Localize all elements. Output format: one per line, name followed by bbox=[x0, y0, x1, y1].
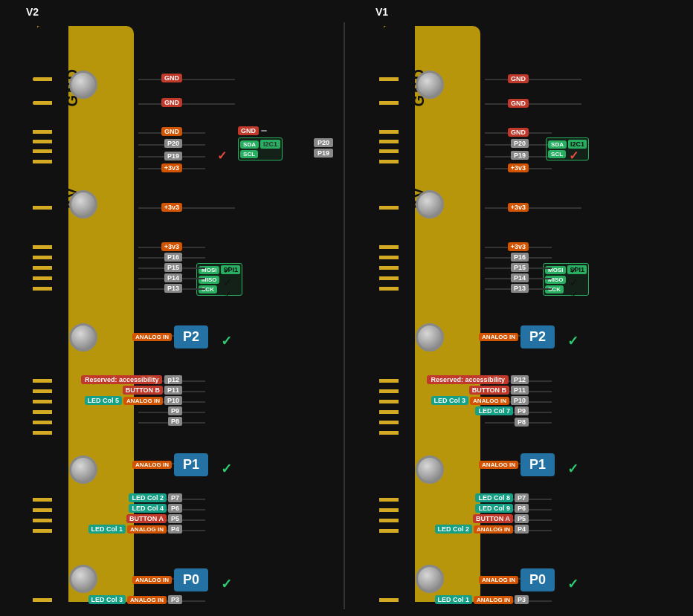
check-i2c-v1: ✓ bbox=[569, 149, 578, 163]
sck-label-v2: SCK bbox=[199, 285, 217, 294]
analog-p3-v1: ANALOG IN bbox=[474, 596, 513, 604]
gnd2-v1: GND bbox=[508, 98, 529, 108]
check-p8-v1: ✓ bbox=[570, 418, 578, 429]
v2-label: V2 bbox=[26, 6, 39, 18]
f-v1-22 bbox=[379, 529, 399, 533]
finger-v2-1 bbox=[33, 77, 52, 81]
sck-v1: SCK bbox=[545, 285, 564, 294]
p3-badge-v2: P3 bbox=[168, 595, 182, 604]
analog-p0-v2: ANALOG IN bbox=[132, 576, 172, 584]
0-circle-v2 bbox=[69, 565, 97, 593]
p13-badge-v2: P13 bbox=[164, 284, 182, 293]
ledcol8-v1-row: LED Col 8 P7 bbox=[475, 493, 529, 502]
analog-p1-v2: ANALOG IN bbox=[132, 461, 172, 469]
ledcol7-v1-row: LED Col 7 P9 bbox=[475, 406, 529, 415]
p12-v1: P12 bbox=[511, 375, 529, 384]
analog-p2-v1: ANALOG IN bbox=[479, 333, 518, 341]
sda-v1: SDA bbox=[548, 140, 567, 149]
p10-v1: P10 bbox=[511, 396, 529, 405]
1-circle-v2 bbox=[69, 455, 97, 484]
finger-v2-16 bbox=[33, 410, 52, 414]
3v-circle-v1 bbox=[416, 190, 444, 218]
p9-row-v2: P9 bbox=[168, 406, 182, 415]
p20-v2: P20 bbox=[314, 138, 333, 147]
p13-v1: P13 bbox=[511, 284, 529, 293]
f-v1-2 bbox=[379, 101, 399, 105]
3v3a-label-v2: GND bbox=[161, 127, 182, 136]
p5-v1: P5 bbox=[515, 514, 529, 523]
analog-v1-p10: ANALOG IN bbox=[470, 397, 509, 405]
f-v1-1 bbox=[379, 77, 399, 81]
ledcol3-v1-row: LED Col 3 ANALOG IN P10 bbox=[431, 396, 529, 405]
gnd3-label-v1: GND bbox=[508, 128, 529, 137]
finger-v2-19 bbox=[33, 498, 52, 502]
analog-p4-v2: ANALOG IN bbox=[127, 525, 167, 534]
divider bbox=[344, 22, 345, 609]
p16-badge-v2: P16 bbox=[164, 253, 182, 262]
btna-v1-label: BUTTON A bbox=[473, 514, 513, 523]
p4-badge-v2: P4 bbox=[168, 525, 182, 534]
i2c-box-v1: SDA I2C1 SCL bbox=[546, 137, 589, 161]
gnd2-label-v2: GND bbox=[161, 98, 182, 107]
3v3c-row-v2: +3v3 bbox=[161, 202, 182, 212]
check-p2-v1: ✓ bbox=[567, 333, 578, 349]
i2c-group-v2: GND SDA I2C1 SCL P20 P19 bbox=[238, 126, 283, 161]
ledcol3-v1-label: LED Col 3 bbox=[431, 396, 469, 405]
wire-3v3c-v2 bbox=[138, 207, 235, 209]
check-p2-v2: ✓ bbox=[221, 333, 232, 349]
v1-label: V1 bbox=[375, 6, 388, 18]
wire-gnd1-v2 bbox=[138, 79, 235, 80]
gnd-circle-v1 bbox=[416, 71, 444, 99]
i2c1-label-v2: I2C1 bbox=[260, 140, 280, 149]
spi-checks-v1: ✓ ✓ ✓ bbox=[570, 264, 578, 301]
p19-badge-v2: P19 bbox=[164, 152, 182, 161]
gnd3-v1: GND bbox=[508, 127, 529, 137]
v2-panel: GND 3V 2 1 0 GND GND GND bbox=[0, 22, 342, 613]
3v3c-label-v2: +3v3 bbox=[161, 203, 182, 212]
i2c-pins-v1: P20 P19 bbox=[511, 139, 529, 160]
finger-v2-14 bbox=[33, 389, 52, 393]
3v-circle-v2 bbox=[69, 190, 97, 218]
p9-badge-v2: P9 bbox=[168, 406, 182, 415]
p12-badge-v2: p12 bbox=[164, 375, 182, 384]
p2-big-v2: P2 bbox=[174, 325, 208, 348]
ledcol1-label-v2: LED Col 1 bbox=[88, 525, 126, 534]
p20-badge-v2: P20 bbox=[164, 139, 182, 148]
f-v1-5 bbox=[379, 149, 399, 153]
reserved-label-v1: Reserved: accessibility bbox=[427, 375, 509, 384]
finger-v2-3 bbox=[33, 130, 52, 134]
p0-v1: ANALOG IN P0 bbox=[479, 568, 555, 591]
finger-v2-15 bbox=[33, 400, 52, 403]
i2c-pins-v2: P20 P19 bbox=[314, 138, 333, 158]
spi-checks-v2: ✓ ✓ ✓ bbox=[223, 264, 232, 301]
btnb-v1: BUTTON B P11 bbox=[469, 386, 529, 395]
analog-p10-v2: ANALOG IN bbox=[123, 397, 163, 405]
p9-v1: P9 bbox=[515, 406, 529, 415]
p19-row-v2: P19 bbox=[164, 151, 182, 160]
reserved-v1: Reserved: accessibility P12 bbox=[427, 375, 529, 384]
finger-v2-5 bbox=[33, 149, 52, 153]
wire-3v3c-v1 bbox=[485, 207, 581, 209]
ledcol5-row-v2: LED Col 5 ANALOG IN P10 bbox=[85, 396, 182, 405]
3v3c-label-v1: +3v3 bbox=[508, 203, 529, 212]
finger-v2-18 bbox=[33, 431, 52, 435]
btna-label-v2: BUTTON A bbox=[126, 514, 167, 523]
btna-row-v2: BUTTON A P5 bbox=[126, 514, 182, 523]
check-p1-v1: ✓ bbox=[567, 461, 578, 477]
p8-badge-v1: P8 bbox=[515, 418, 529, 427]
p8-row-v2: P8 bbox=[168, 417, 182, 426]
ledcol4-label-v2: LED Col 4 bbox=[129, 504, 167, 513]
miso-label-v2: MISO bbox=[199, 276, 219, 284]
1-circle-v1 bbox=[416, 455, 444, 484]
i2c1-v1: I2C1 bbox=[568, 140, 587, 149]
gnd1-row-v2: GND bbox=[161, 74, 182, 82]
ledcol1-v1-label: LED Col 1 bbox=[435, 595, 473, 604]
ledcol3-row-v2: LED Col 3 ANALOG IN P3 bbox=[88, 595, 182, 604]
f-v1-20 bbox=[379, 508, 399, 512]
p13-row-v2: P13 bbox=[164, 283, 182, 292]
btnb-label-v1: BUTTON B bbox=[469, 386, 509, 395]
miso-v1: MISO bbox=[545, 276, 566, 284]
p20-v1: P20 bbox=[511, 139, 529, 148]
p2-row-v2: ANALOG IN P2 bbox=[132, 325, 208, 348]
p4-v1: P4 bbox=[515, 525, 529, 534]
